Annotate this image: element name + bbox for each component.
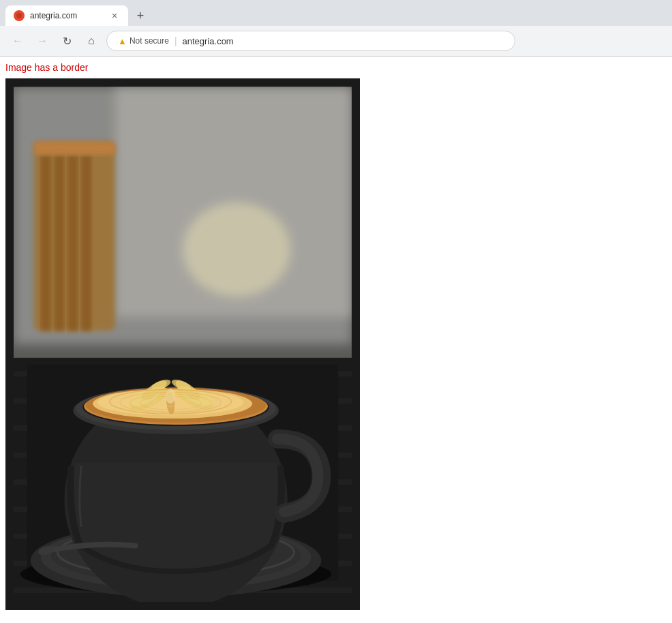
warning-icon: ▲	[118, 36, 127, 46]
not-secure-label: Not secure	[129, 36, 169, 46]
security-warning: ▲ Not secure	[118, 36, 169, 46]
tab-bar: antegria.com × +	[0, 0, 672, 26]
tab-title: antegria.com	[30, 11, 104, 20]
svg-rect-6	[55, 155, 65, 331]
address-separator: |	[174, 35, 177, 46]
home-button[interactable]: ⌂	[82, 31, 101, 50]
svg-rect-9	[34, 141, 115, 155]
image-label: Image has a border	[5, 62, 667, 73]
tab-favicon	[14, 10, 25, 21]
browser-chrome: antegria.com × + ← → ↻ ⌂ ▲ Not secure | …	[0, 0, 672, 57]
new-tab-button[interactable]: +	[131, 6, 150, 25]
svg-rect-5	[41, 155, 51, 331]
refresh-button[interactable]: ↻	[57, 31, 76, 50]
svg-point-3	[183, 202, 291, 297]
image-container	[5, 78, 360, 610]
svg-rect-8	[81, 155, 91, 331]
page-content: Image has a border	[0, 57, 672, 618]
url-text: antegria.com	[183, 36, 234, 46]
tab-close-button[interactable]: ×	[109, 10, 120, 21]
svg-rect-7	[67, 155, 78, 331]
back-button[interactable]: ←	[8, 31, 27, 50]
coffee-image	[14, 87, 352, 602]
forward-button[interactable]: →	[33, 31, 52, 50]
address-bar: ← → ↻ ⌂ ▲ Not secure | antegria.com	[0, 26, 672, 56]
active-tab[interactable]: antegria.com ×	[5, 5, 128, 26]
address-input[interactable]: ▲ Not secure | antegria.com	[106, 31, 515, 51]
